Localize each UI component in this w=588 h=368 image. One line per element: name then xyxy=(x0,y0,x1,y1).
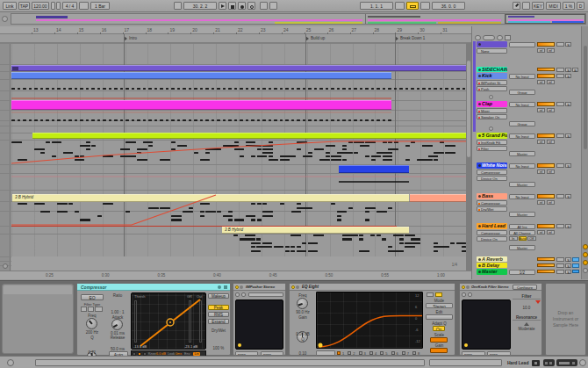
midi-note[interactable] xyxy=(319,159,330,161)
oneknob-unfold-icon[interactable] xyxy=(466,285,470,289)
drum-note[interactable] xyxy=(11,119,15,121)
midi-note[interactable] xyxy=(262,145,273,147)
drum-note[interactable] xyxy=(160,119,163,121)
midi-note[interactable] xyxy=(342,238,353,240)
midi-note[interactable] xyxy=(297,235,301,236)
track-lanes[interactable]: 3 B Hybrid3 B Hybrid xyxy=(0,26,471,279)
midi-note[interactable] xyxy=(240,155,244,157)
drum-note[interactable] xyxy=(262,119,266,121)
midi-note[interactable] xyxy=(251,155,255,157)
track-value-box[interactable] xyxy=(556,102,564,107)
eq8-freq-knob[interactable] xyxy=(297,298,308,309)
midi-note[interactable] xyxy=(365,211,369,213)
midi-note[interactable] xyxy=(125,211,130,213)
midi-note[interactable] xyxy=(314,148,325,150)
midi-note[interactable] xyxy=(376,235,381,236)
midi-note[interactable] xyxy=(308,250,319,252)
midi-note[interactable] xyxy=(205,152,210,154)
midi-note[interactable] xyxy=(217,211,221,213)
impusher-unfold-icon[interactable] xyxy=(240,285,243,289)
device-activator-dot[interactable] xyxy=(478,89,481,91)
loop-length-field[interactable]: 36. 0. 0 xyxy=(432,2,465,10)
drum-note[interactable] xyxy=(285,88,289,90)
drum-note[interactable] xyxy=(274,119,277,121)
midi-note[interactable] xyxy=(103,155,113,157)
device-impusher[interactable]: IMPusher Stereo none none xyxy=(233,283,286,356)
oneknob-display[interactable] xyxy=(462,299,511,350)
device-chooser[interactable]: Filter xyxy=(477,146,507,151)
midi-note[interactable] xyxy=(411,238,421,240)
midi-note[interactable] xyxy=(337,211,348,213)
midi-note[interactable] xyxy=(337,215,341,217)
track-value-box[interactable] xyxy=(556,270,564,274)
compressor-filter-shape-1[interactable] xyxy=(81,307,87,312)
midi-note[interactable] xyxy=(262,152,273,154)
eq8-activator[interactable] xyxy=(291,285,295,289)
midi-note[interactable] xyxy=(285,159,290,161)
drum-note[interactable] xyxy=(331,119,334,121)
midi-note[interactable] xyxy=(269,141,273,143)
eq8-adapt-on-button[interactable]: On xyxy=(433,326,445,331)
drum-note[interactable] xyxy=(365,119,369,121)
drum-note[interactable] xyxy=(411,88,414,90)
midi-note[interactable] xyxy=(399,250,404,252)
midi-note[interactable] xyxy=(171,148,176,150)
track-header-hard-lead[interactable]: Hard LeadAll InsAll ChanneInAutoOffCompr… xyxy=(477,223,580,256)
midi-note[interactable] xyxy=(450,242,455,244)
drum-note[interactable] xyxy=(257,88,261,90)
midi-note[interactable] xyxy=(308,152,312,154)
midi-note[interactable] xyxy=(359,238,363,240)
drum-note[interactable] xyxy=(434,88,437,90)
output-routing-menu[interactable]: Master xyxy=(509,182,535,187)
track-header-master[interactable]: MasterS1/2 xyxy=(477,269,580,275)
midi-note[interactable] xyxy=(75,211,79,213)
drum-note[interactable] xyxy=(154,88,158,90)
drum-note[interactable] xyxy=(269,119,272,121)
impusher-next-button[interactable] xyxy=(241,292,246,297)
master-routing-menu[interactable]: 1/2 xyxy=(509,270,535,275)
midi-note[interactable] xyxy=(223,215,233,217)
drum-note[interactable] xyxy=(274,88,277,90)
midi-note[interactable] xyxy=(337,152,348,154)
midi-note[interactable] xyxy=(411,141,415,143)
track-value-box[interactable] xyxy=(556,74,564,79)
drum-note[interactable] xyxy=(166,88,169,90)
drum-note[interactable] xyxy=(109,119,112,121)
midi-note[interactable] xyxy=(68,203,73,205)
midi-note[interactable] xyxy=(440,141,444,143)
drum-note[interactable] xyxy=(75,88,78,90)
midi-note[interactable] xyxy=(393,235,404,236)
stop-button[interactable] xyxy=(228,2,236,10)
pan-field[interactable]: inf xyxy=(547,108,555,112)
midi-note[interactable] xyxy=(251,203,255,205)
track-name-bar[interactable]: 5 Grand Pia xyxy=(477,133,507,139)
input-routing-menu[interactable]: No Input xyxy=(509,194,535,199)
midi-note[interactable] xyxy=(262,211,273,213)
midi-note[interactable] xyxy=(303,155,313,157)
track-header-sidechain[interactable]: SIDECHAINSB xyxy=(477,67,580,72)
track-name-bar[interactable] xyxy=(477,41,507,47)
compressor-drywet-value[interactable]: 100 % xyxy=(207,346,230,350)
punch-in-button[interactable] xyxy=(395,2,405,10)
drum-note[interactable] xyxy=(143,119,147,121)
clip-info-box[interactable] xyxy=(2,284,74,354)
compressor-ratio-value[interactable]: 1.00 : 1 xyxy=(106,310,129,314)
drum-note[interactable] xyxy=(360,88,363,90)
midi-note[interactable] xyxy=(262,215,273,217)
midi-note[interactable] xyxy=(234,141,239,143)
drum-note[interactable] xyxy=(269,88,272,90)
drum-note[interactable] xyxy=(280,88,283,90)
midi-note[interactable] xyxy=(331,203,335,205)
midi-map-button[interactable]: MIDI xyxy=(546,2,561,10)
arrangement-overview[interactable] xyxy=(11,13,586,25)
drum-note[interactable] xyxy=(394,88,398,90)
output-routing-menu[interactable]: Master xyxy=(509,245,535,250)
compressor-thresh-value[interactable]: -13.6 dB xyxy=(133,344,147,349)
eq8-scale-field[interactable] xyxy=(430,337,448,343)
drum-note[interactable] xyxy=(440,88,443,90)
midi-note[interactable] xyxy=(228,145,233,147)
track-value-box[interactable] xyxy=(556,68,564,72)
midi-note[interactable] xyxy=(251,250,262,252)
drum-note[interactable] xyxy=(103,119,106,121)
track-name-bar[interactable]: Kick xyxy=(477,73,507,79)
